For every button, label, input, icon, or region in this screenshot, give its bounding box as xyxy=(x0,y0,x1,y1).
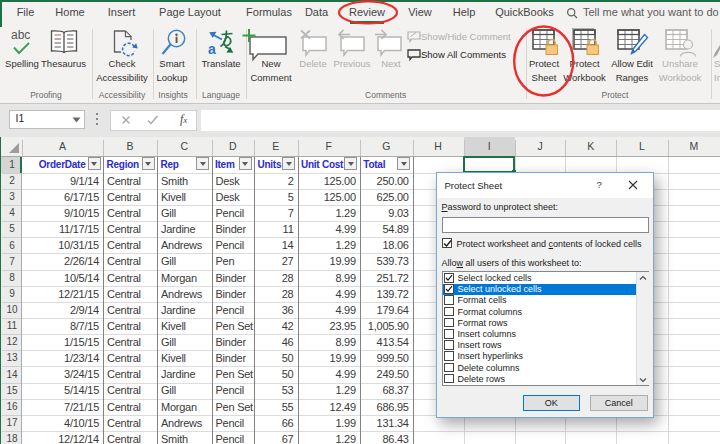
svg-text:a: a xyxy=(208,41,216,57)
